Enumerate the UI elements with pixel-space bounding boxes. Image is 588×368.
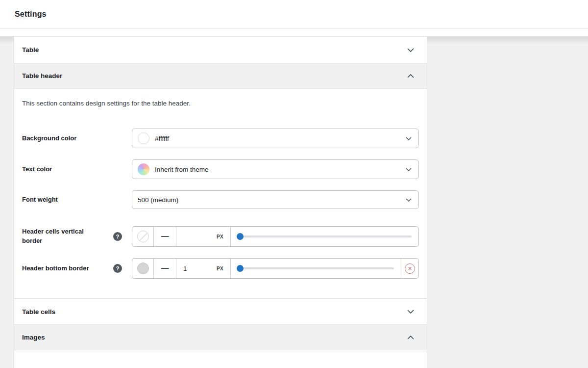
field-label: Background color xyxy=(22,134,76,143)
border-width-slider[interactable] xyxy=(231,259,401,278)
clear-value-button[interactable]: ✕ xyxy=(405,263,415,274)
slider-handle[interactable] xyxy=(237,233,244,240)
accordion-label: Table cells xyxy=(22,308,55,315)
help-icon[interactable]: ? xyxy=(113,232,122,241)
chevron-up-icon xyxy=(407,336,414,340)
no-color-icon xyxy=(137,231,149,242)
border-style-button[interactable]: — xyxy=(154,259,176,278)
color-swatch-white-icon xyxy=(138,132,149,144)
accordion-label: Images xyxy=(22,334,45,341)
header-cells-vertical-border-control: — PX xyxy=(132,226,419,247)
field-label: Font weight xyxy=(22,195,58,205)
border-style-button[interactable]: — xyxy=(154,227,176,246)
section-description: This section contains design settings fo… xyxy=(22,100,419,107)
accordion-section-table-cells[interactable]: Table cells xyxy=(14,298,427,324)
accordion-section-table[interactable]: Table xyxy=(14,37,427,63)
field-label: Header cells vertical border xyxy=(22,227,98,246)
chevron-down-icon xyxy=(406,198,412,202)
field-row-header-bottom-border: Header bottom border ? — PX xyxy=(22,258,419,279)
chevron-down-icon xyxy=(406,168,412,171)
slider-handle[interactable] xyxy=(237,265,244,272)
page-background: Table Table header This section contains… xyxy=(0,36,588,368)
field-label: Text color xyxy=(22,165,52,174)
chevron-down-icon xyxy=(407,48,414,52)
field-row-background-color: Background color #ffffff xyxy=(22,129,419,148)
dropdown-value: #ffffff xyxy=(155,135,169,142)
unit-label: PX xyxy=(217,266,223,271)
dropdown-value: 500 (medium) xyxy=(138,196,178,204)
table-header-settings-body: This section contains design settings fo… xyxy=(14,89,427,298)
field-row-font-weight: Font weight 500 (medium) xyxy=(22,190,419,209)
border-color-picker[interactable] xyxy=(132,259,153,278)
page-title: Settings xyxy=(15,10,47,19)
chevron-down-icon xyxy=(407,310,414,314)
field-row-text-color: Text color Inherit from theme xyxy=(22,159,419,179)
accordion-label: Table xyxy=(22,46,39,53)
color-wheel-icon xyxy=(138,163,149,175)
chevron-down-icon xyxy=(406,137,412,140)
field-label: Header bottom border xyxy=(22,264,89,273)
gray-color-swatch-icon xyxy=(137,263,149,274)
background-color-dropdown[interactable]: #ffffff xyxy=(132,129,419,148)
header-bottom-border-control: — PX ✕ xyxy=(132,258,419,279)
border-width-input[interactable] xyxy=(183,265,203,272)
border-color-picker[interactable] xyxy=(132,227,153,246)
font-weight-dropdown[interactable]: 500 (medium) xyxy=(132,190,419,209)
accordion-label: Table header xyxy=(22,72,62,79)
chevron-up-icon xyxy=(407,74,414,78)
unit-label: PX xyxy=(217,234,223,239)
accordion-section-images[interactable]: Images xyxy=(14,324,427,350)
border-width-input[interactable] xyxy=(183,233,203,240)
field-row-header-cells-vertical-border: Header cells vertical border ? — PX xyxy=(22,226,419,247)
help-icon[interactable]: ? xyxy=(113,264,122,273)
dropdown-value: Inherit from theme xyxy=(155,166,209,173)
border-width-slider[interactable] xyxy=(231,227,418,246)
accordion-section-table-header[interactable]: Table header xyxy=(14,63,427,89)
top-bar: Settings xyxy=(0,0,588,28)
settings-panel: Table Table header This section contains… xyxy=(14,36,427,368)
text-color-dropdown[interactable]: Inherit from theme xyxy=(132,159,419,179)
